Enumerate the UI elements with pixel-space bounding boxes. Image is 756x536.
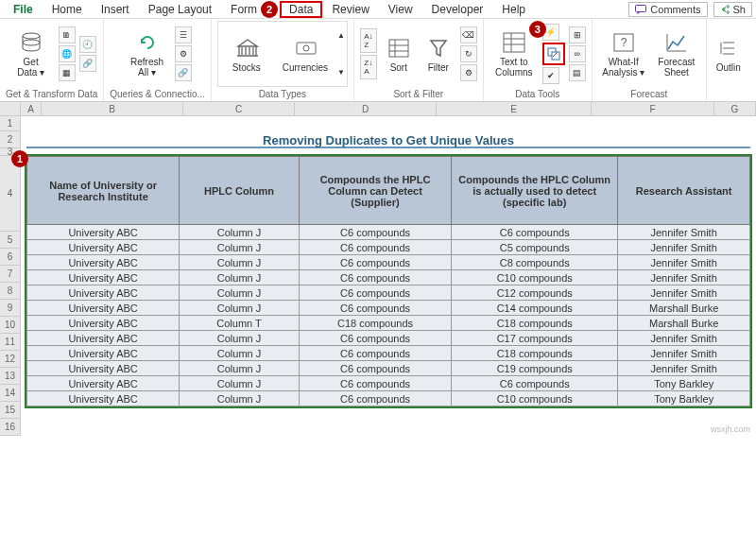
- tab-data[interactable]: Data: [280, 1, 322, 18]
- table-cell[interactable]: C6 compounds: [452, 376, 618, 391]
- select-all-corner[interactable]: [0, 102, 21, 116]
- table-cell[interactable]: C17 compounds: [452, 331, 618, 346]
- column-header-F[interactable]: F: [592, 102, 714, 116]
- table-row[interactable]: University ABCColumn JC6 compoundsC17 co…: [27, 331, 750, 346]
- queries-btn-2[interactable]: ⚙: [175, 45, 192, 62]
- row-header-12[interactable]: 12: [0, 351, 21, 368]
- refresh-all-button[interactable]: Refresh All ▾: [124, 26, 171, 82]
- table-cell[interactable]: Column J: [180, 240, 300, 255]
- col-lab[interactable]: Compounds the HPLC Column is actually us…: [452, 157, 618, 225]
- col-supplier[interactable]: Compounds the HPLC Column can Detect (Su…: [299, 157, 451, 225]
- from-table-button[interactable]: ▦: [59, 64, 76, 81]
- table-cell[interactable]: Column J: [180, 301, 300, 316]
- table-cell[interactable]: C19 compounds: [452, 361, 618, 376]
- table-cell[interactable]: C5 compounds: [452, 240, 618, 255]
- table-cell[interactable]: University ABC: [27, 361, 180, 376]
- from-text-button[interactable]: 🗎: [59, 26, 76, 43]
- table-cell[interactable]: University ABC: [27, 316, 180, 331]
- table-cell[interactable]: Column J: [180, 376, 300, 391]
- tab-help[interactable]: Help: [492, 1, 535, 18]
- column-header-D[interactable]: D: [295, 102, 437, 116]
- queries-btn-1[interactable]: ☰: [175, 26, 192, 43]
- row-header-16[interactable]: 16: [0, 419, 21, 436]
- table-cell[interactable]: C8 compounds: [452, 255, 618, 270]
- table-cell[interactable]: C6 compounds: [299, 331, 451, 346]
- col-assistant[interactable]: Research Assistant: [618, 157, 750, 225]
- table-cell[interactable]: C10 compounds: [452, 270, 618, 285]
- row-header-6[interactable]: 6: [0, 249, 21, 266]
- sheet-area[interactable]: Removing Duplicates to Get Unique Values…: [21, 116, 756, 436]
- col-university[interactable]: Name of University or Research Institute: [27, 157, 180, 225]
- table-row[interactable]: University ABCColumn TC18 compoundsC18 c…: [27, 316, 750, 331]
- column-header-G[interactable]: G: [714, 102, 756, 116]
- table-cell[interactable]: C6 compounds: [299, 346, 451, 361]
- table-cell[interactable]: Jennifer Smith: [618, 285, 750, 301]
- row-header-14[interactable]: 14: [0, 385, 21, 402]
- row-header-9[interactable]: 9: [0, 300, 21, 317]
- column-header-E[interactable]: E: [437, 102, 592, 116]
- table-row[interactable]: University ABCColumn JC6 compoundsC14 co…: [27, 301, 750, 316]
- chevron-down-icon[interactable]: ▼: [337, 68, 345, 77]
- clear-filter-button[interactable]: ⌫: [460, 26, 477, 43]
- table-cell[interactable]: Column J: [180, 331, 300, 346]
- column-header-B[interactable]: B: [42, 102, 183, 116]
- table-cell[interactable]: Tony Barkley: [618, 376, 750, 391]
- sort-desc-button[interactable]: Z↓A: [360, 55, 377, 79]
- table-cell[interactable]: C6 compounds: [299, 376, 451, 391]
- tab-file[interactable]: File: [4, 1, 43, 18]
- table-row[interactable]: University ABCColumn JC6 compoundsC6 com…: [27, 225, 750, 240]
- consolidate-button[interactable]: ⊞: [569, 26, 586, 43]
- table-cell[interactable]: C6 compounds: [299, 285, 451, 301]
- table-cell[interactable]: University ABC: [27, 240, 180, 255]
- data-validation-button[interactable]: ✔: [542, 67, 559, 84]
- table-cell[interactable]: Jennifer Smith: [618, 346, 750, 361]
- table-cell[interactable]: Column J: [180, 285, 300, 301]
- remove-duplicates-button[interactable]: [545, 45, 562, 62]
- tab-review[interactable]: Review: [322, 1, 378, 18]
- tab-view[interactable]: View: [379, 1, 422, 18]
- get-data-button[interactable]: Get Data ▾: [8, 26, 55, 82]
- table-cell[interactable]: Marshall Burke: [618, 316, 750, 331]
- table-cell[interactable]: C18 compounds: [452, 316, 618, 331]
- table-cell[interactable]: Jennifer Smith: [618, 331, 750, 346]
- table-cell[interactable]: C6 compounds: [299, 270, 451, 285]
- tab-developer[interactable]: Developer: [422, 1, 493, 18]
- row-header-11[interactable]: 11: [0, 334, 21, 351]
- table-cell[interactable]: C6 compounds: [299, 240, 451, 255]
- table-cell[interactable]: University ABC: [27, 391, 180, 406]
- sort-asc-button[interactable]: A↓Z: [360, 28, 377, 53]
- row-header-1[interactable]: 1: [0, 116, 21, 131]
- manage-data-model-button[interactable]: ▤: [569, 64, 586, 81]
- row-header-5[interactable]: 5: [0, 232, 21, 249]
- row-header-10[interactable]: 10: [0, 317, 21, 334]
- table-cell[interactable]: C6 compounds: [452, 225, 618, 240]
- table-cell[interactable]: University ABC: [27, 376, 180, 391]
- table-row[interactable]: University ABCColumn JC6 compoundsC10 co…: [27, 391, 750, 406]
- table-cell[interactable]: Jennifer Smith: [618, 225, 750, 240]
- table-cell[interactable]: C6 compounds: [299, 361, 451, 376]
- what-if-button[interactable]: ? What-If Analysis ▾: [598, 26, 649, 82]
- table-cell[interactable]: C6 compounds: [299, 391, 451, 406]
- queries-btn-3[interactable]: 🔗: [175, 64, 192, 81]
- table-row[interactable]: University ABCColumn JC6 compoundsC5 com…: [27, 240, 750, 255]
- share-button[interactable]: Sh: [713, 2, 752, 17]
- table-cell[interactable]: Column J: [180, 391, 300, 406]
- spreadsheet-grid[interactable]: 1 1 2 3 4 5 6 7 8 9 10 11 12 13 14 15 16…: [0, 116, 756, 436]
- data-table[interactable]: Name of University or Research Institute…: [26, 156, 750, 406]
- table-cell[interactable]: University ABC: [27, 285, 180, 301]
- row-header-8[interactable]: 8: [0, 283, 21, 300]
- relationships-button[interactable]: ∞: [569, 45, 586, 62]
- table-cell[interactable]: Column T: [180, 316, 300, 331]
- currencies-button[interactable]: Currencies: [277, 26, 334, 82]
- table-cell[interactable]: Column J: [180, 255, 300, 270]
- tab-formulas[interactable]: Form: [221, 1, 259, 18]
- table-cell[interactable]: University ABC: [27, 270, 180, 285]
- table-cell[interactable]: C18 compounds: [299, 316, 451, 331]
- table-cell[interactable]: C6 compounds: [299, 255, 451, 270]
- table-cell[interactable]: Column J: [180, 361, 300, 376]
- stocks-button[interactable]: Stocks: [220, 26, 273, 82]
- table-cell[interactable]: University ABC: [27, 346, 180, 361]
- advanced-button[interactable]: ⚙: [460, 64, 477, 81]
- table-cell[interactable]: C6 compounds: [299, 301, 451, 316]
- table-cell[interactable]: Column J: [180, 225, 300, 240]
